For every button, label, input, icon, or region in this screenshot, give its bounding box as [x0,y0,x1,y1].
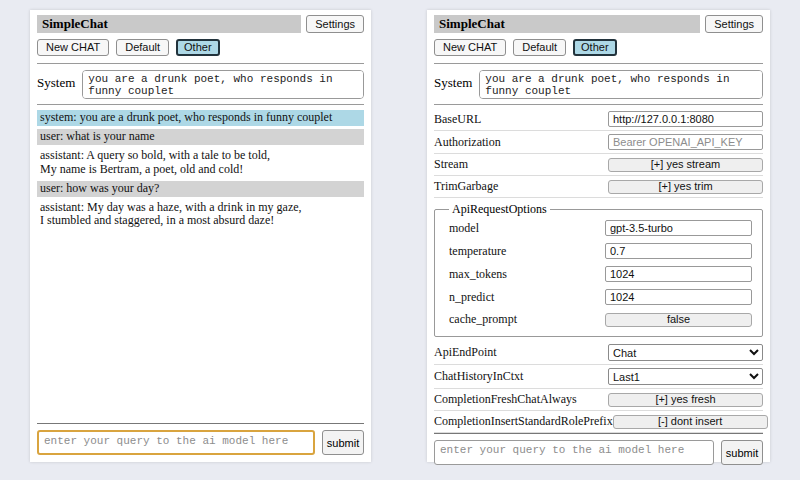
query-input[interactable] [434,440,714,465]
settings-list: BaseURL Authorization Stream [+] yes str… [434,108,763,433]
setting-row-max-tokens: max_tokens [449,263,752,286]
session-other-button[interactable]: Other [573,39,617,56]
chat-history: system: you are a drunk poet, who respon… [37,110,364,232]
n-predict-label: n_predict [449,290,494,305]
setting-row-completion-insert-standard-role-prefix: CompletionInsertStandardRolePrefix [-] d… [434,411,763,433]
divider [434,433,763,434]
session-default-button[interactable]: Default [116,39,169,56]
message-line: My name is Bertram, a poet, old and cold… [40,163,361,177]
settings-button[interactable]: Settings [705,15,763,33]
divider [37,63,364,64]
trimgarbage-toggle-button[interactable]: [+] yes trim [608,180,763,194]
stream-label: Stream [434,157,468,172]
setting-row-completion-fresh-chat-always: CompletionFreshChatAlways [+] yes fresh [434,389,763,411]
empty-space [37,232,364,423]
new-chat-button[interactable]: New CHAT [37,39,109,56]
cache-prompt-toggle-button[interactable]: false [605,313,752,327]
session-other-button[interactable]: Other [176,39,220,56]
chat-history-in-ctxt-label: ChatHistoryInCtxt [434,369,523,384]
temperature-input[interactable] [605,243,752,259]
new-chat-button[interactable]: New CHAT [434,39,506,56]
query-row: submit [434,440,763,465]
completion-insert-standard-role-prefix-label: CompletionInsertStandardRolePrefix [434,414,613,429]
system-prompt-input[interactable]: you are a drunk poet, who responds in fu… [82,70,364,99]
stream-toggle-button[interactable]: [+] yes stream [608,158,763,172]
api-request-options-legend: ApiRequestOptions [449,202,550,217]
app-title: SimpleChat [434,15,700,33]
session-toolbar: New CHAT Default Other [37,39,364,56]
api-request-options-fieldset: ApiRequestOptions model temperature max_… [434,202,763,337]
setting-row-trimgarbage: TrimGarbage [+] yes trim [434,176,763,198]
temperature-label: temperature [449,244,506,259]
authorization-input[interactable] [608,134,763,150]
baseurl-label: BaseURL [434,112,481,127]
max-tokens-label: max_tokens [449,267,507,282]
divider [434,104,763,105]
message-line: I stumbled and staggered, in a most absu… [40,214,361,228]
setting-row-chat-history-in-ctxt: ChatHistoryInCtxt Last1 [434,365,763,389]
setting-row-model: model [449,217,752,240]
divider [37,423,364,424]
authorization-label: Authorization [434,135,501,150]
chat-message-user: user: how was your day? [37,181,364,197]
completion-fresh-chat-always-toggle-button[interactable]: [+] yes fresh [608,393,763,407]
model-label: model [449,221,479,236]
baseurl-input[interactable] [608,111,763,127]
divider [37,104,364,105]
system-prompt-row: System you are a drunk poet, who respond… [434,70,763,99]
setting-row-n-predict: n_predict [449,286,752,309]
session-toolbar: New CHAT Default Other [434,39,763,56]
chat-history-in-ctxt-select[interactable]: Last1 [608,368,763,385]
setting-row-cache-prompt: cache_prompt false [449,309,752,331]
settings-button[interactable]: Settings [306,15,364,33]
setting-row-temperature: temperature [449,240,752,263]
model-input[interactable] [605,220,752,236]
simplechat-chat-panel: SimpleChat Settings New CHAT Default Oth… [30,10,371,462]
message-line: assistant: A query so bold, with a tale … [40,149,361,163]
message-line: assistant: My day was a haze, with a dri… [40,201,361,215]
setting-row-baseurl: BaseURL [434,108,763,131]
max-tokens-input[interactable] [605,266,752,282]
system-prompt-label: System [37,70,75,91]
n-predict-input[interactable] [605,289,752,305]
panel-header: SimpleChat Settings [37,15,364,33]
api-endpoint-label: ApiEndPoint [434,345,497,360]
setting-row-authorization: Authorization [434,131,763,154]
chat-message-user: user: what is your name [37,129,364,145]
app-title: SimpleChat [37,15,301,33]
query-row: submit [37,430,364,455]
system-prompt-label: System [434,70,472,91]
system-prompt-input[interactable]: you are a drunk poet, who responds in fu… [479,70,763,99]
query-input[interactable] [37,430,315,455]
chat-message-assistant: assistant: My day was a haze, with a dri… [37,200,364,230]
completion-insert-standard-role-prefix-toggle-button[interactable]: [-] dont insert [613,415,768,429]
divider [434,63,763,64]
chat-message-assistant: assistant: A query so bold, with a tale … [37,148,364,178]
submit-button[interactable]: submit [721,440,763,465]
session-default-button[interactable]: Default [513,39,566,56]
api-endpoint-select[interactable]: Chat [608,344,763,361]
desktop: SimpleChat Settings New CHAT Default Oth… [0,0,800,480]
panel-header: SimpleChat Settings [434,15,763,33]
setting-row-api-endpoint: ApiEndPoint Chat [434,341,763,365]
chat-message-system: system: you are a drunk poet, who respon… [37,110,364,126]
submit-button[interactable]: submit [322,430,364,455]
cache-prompt-label: cache_prompt [449,312,517,327]
trimgarbage-label: TrimGarbage [434,179,498,194]
system-prompt-row: System you are a drunk poet, who respond… [37,70,364,99]
completion-fresh-chat-always-label: CompletionFreshChatAlways [434,392,577,407]
setting-row-stream: Stream [+] yes stream [434,154,763,176]
simplechat-settings-panel: SimpleChat Settings New CHAT Default Oth… [427,10,770,462]
